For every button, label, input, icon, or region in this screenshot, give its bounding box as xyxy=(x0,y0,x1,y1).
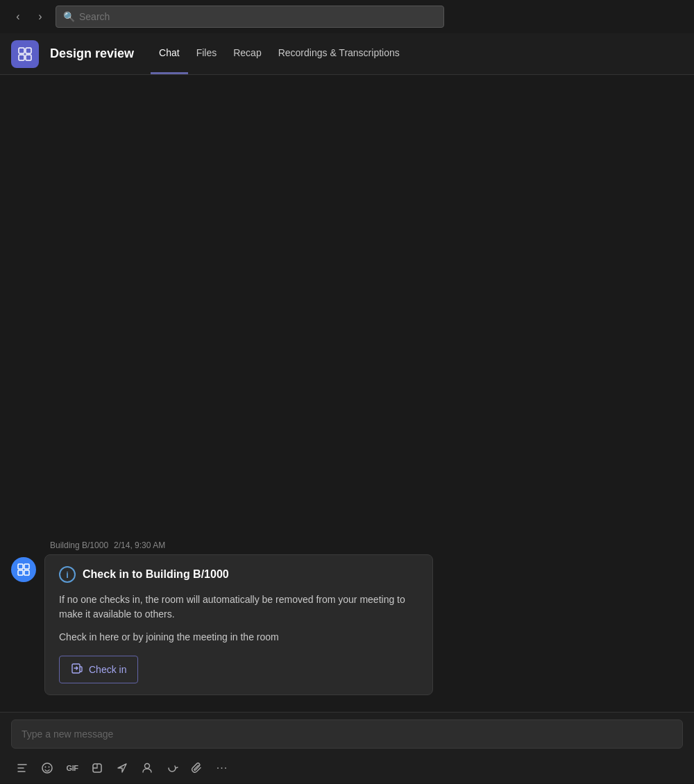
gif-button[interactable]: GIF xyxy=(61,757,83,779)
more-options-button[interactable]: ··· xyxy=(211,757,233,779)
svg-point-11 xyxy=(49,767,50,768)
attach-button[interactable] xyxy=(186,757,208,779)
message-input-container: Type a new message xyxy=(0,712,694,753)
send-button[interactable] xyxy=(111,757,133,779)
search-bar[interactable]: 🔍 xyxy=(56,6,444,28)
svg-rect-3 xyxy=(26,55,31,60)
tab-recordings[interactable]: Recordings & Transcriptions xyxy=(270,33,408,74)
navigation-buttons: ‹ › xyxy=(8,7,50,26)
format-button[interactable] xyxy=(11,757,33,779)
channel-header: Design review Chat Files Recap Recording… xyxy=(0,33,694,75)
loop-button[interactable] xyxy=(161,757,183,779)
tab-recap[interactable]: Recap xyxy=(225,33,269,74)
sticker-button[interactable] xyxy=(86,757,108,779)
topbar: ‹ › 🔍 xyxy=(0,0,694,33)
message-input[interactable]: Type a new message xyxy=(11,719,683,749)
emoji-button[interactable] xyxy=(36,757,58,779)
message-input-placeholder: Type a new message xyxy=(22,728,113,740)
svg-rect-6 xyxy=(18,570,23,575)
tab-chat[interactable]: Chat xyxy=(151,33,188,74)
message-time: 2/14, 9:30 AM xyxy=(114,540,165,550)
back-button[interactable]: ‹ xyxy=(8,7,28,26)
message-group: i Check in to Building B/1000 If no one … xyxy=(11,554,683,695)
tab-bar: Chat Files Recap Recordings & Transcript… xyxy=(151,33,408,74)
toolbar: GIF ··· xyxy=(0,753,694,783)
svg-point-13 xyxy=(145,764,150,769)
svg-rect-2 xyxy=(19,55,24,60)
message-meta: Building B/1000 2/14, 9:30 AM xyxy=(11,540,683,550)
info-icon: i xyxy=(59,566,76,583)
svg-rect-7 xyxy=(24,570,29,575)
card-body: If no one checks in, the room will autom… xyxy=(59,593,418,645)
svg-rect-5 xyxy=(24,564,29,569)
check-in-icon xyxy=(71,662,83,677)
message-content: i Check in to Building B/1000 If no one … xyxy=(44,554,683,695)
card-body-line1: If no one checks in, the room will autom… xyxy=(59,593,418,622)
svg-rect-0 xyxy=(19,48,24,53)
channel-icon xyxy=(11,40,39,68)
check-in-button[interactable]: Check in xyxy=(59,656,138,683)
sender-name: Building B/1000 xyxy=(50,540,108,550)
svg-rect-4 xyxy=(18,564,23,569)
card-body-line2: Check in here or by joining the meeting … xyxy=(59,630,418,645)
channel-title: Design review xyxy=(50,46,134,61)
tab-files[interactable]: Files xyxy=(188,33,226,74)
chat-area: Building B/1000 2/14, 9:30 AM i Check in… xyxy=(0,75,694,712)
forward-button[interactable]: › xyxy=(31,7,50,26)
avatar xyxy=(11,557,36,582)
search-input[interactable] xyxy=(79,11,437,22)
svg-rect-1 xyxy=(26,48,31,53)
message-timestamp-row: Building B/1000 2/14, 9:30 AM i Check in… xyxy=(11,540,683,701)
check-in-card: i Check in to Building B/1000 If no one … xyxy=(44,554,433,695)
svg-point-10 xyxy=(45,767,46,768)
check-in-label: Check in xyxy=(89,664,126,675)
card-title: Check in to Building B/1000 xyxy=(83,568,229,581)
card-header: i Check in to Building B/1000 xyxy=(59,566,418,583)
praise-button[interactable] xyxy=(136,757,158,779)
search-icon: 🔍 xyxy=(63,11,75,22)
